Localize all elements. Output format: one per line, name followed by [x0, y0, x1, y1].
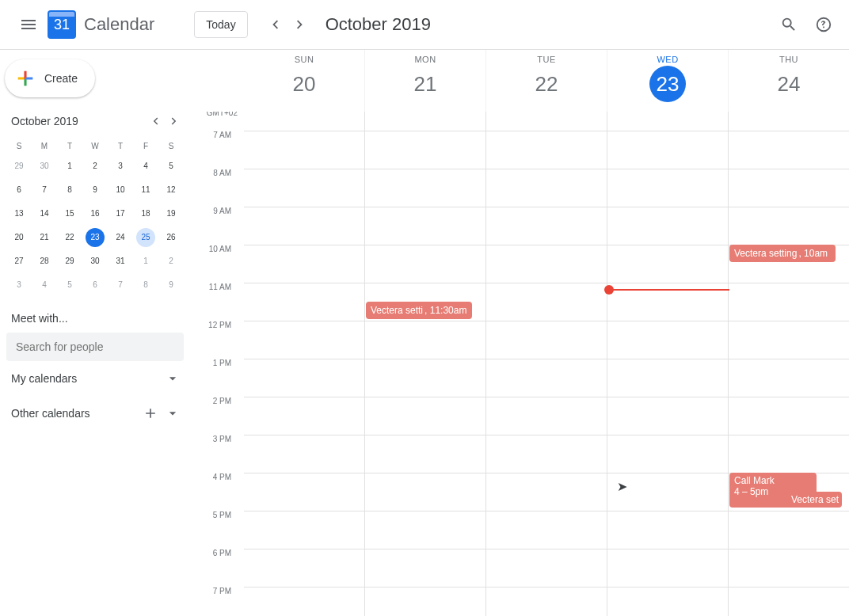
- mini-day[interactable]: 26: [162, 228, 181, 247]
- next-period-button[interactable]: [287, 12, 313, 37]
- now-indicator-line: [609, 289, 729, 291]
- mini-day[interactable]: 10: [111, 181, 130, 200]
- main-menu-button[interactable]: [10, 6, 48, 44]
- mini-day[interactable]: 24: [111, 228, 130, 247]
- event-title: Vectera setti: [371, 305, 423, 316]
- today-button[interactable]: Today: [194, 11, 247, 38]
- day-header[interactable]: THU24: [728, 50, 849, 112]
- mini-day[interactable]: 29: [10, 157, 29, 176]
- mini-day[interactable]: 1: [60, 157, 79, 176]
- mini-day[interactable]: 5: [162, 157, 181, 176]
- mini-calendar-header: October 2019: [6, 112, 184, 131]
- mini-day[interactable]: 12: [162, 181, 181, 200]
- event-vectera-thu[interactable]: Vectera setting, 10am: [729, 245, 836, 262]
- grid-lines: [244, 112, 849, 616]
- mini-day[interactable]: 4: [35, 276, 54, 295]
- day-header[interactable]: TUE22: [485, 50, 607, 112]
- mini-day[interactable]: 29: [60, 252, 79, 271]
- day-of-week-label: WED: [607, 55, 728, 64]
- mini-day[interactable]: 8: [60, 181, 79, 200]
- mini-day[interactable]: 6: [10, 181, 29, 200]
- hour-gridline: [244, 511, 849, 549]
- mini-day[interactable]: 25: [136, 228, 155, 247]
- mini-next-month[interactable]: [165, 112, 184, 131]
- mini-day[interactable]: 6: [86, 276, 105, 295]
- mini-day[interactable]: 13: [10, 204, 29, 223]
- my-calendars-section[interactable]: My calendars: [6, 361, 184, 396]
- search-button[interactable]: [773, 9, 805, 40]
- date-nav: [262, 12, 313, 37]
- mini-day[interactable]: 4: [136, 157, 155, 176]
- search-icon: [780, 16, 798, 33]
- sidebar: Create October 2019 SMTWTFS2930123456789…: [0, 50, 196, 616]
- mini-day[interactable]: 17: [111, 204, 130, 223]
- hour-gridline: [244, 587, 849, 616]
- chevron-down-icon: [165, 405, 181, 421]
- mini-day[interactable]: 3: [111, 157, 130, 176]
- day-number[interactable]: 21: [407, 66, 444, 102]
- mini-day[interactable]: 7: [111, 276, 130, 295]
- chevron-right-icon: [291, 16, 309, 33]
- hour-label: 8 AM: [213, 169, 238, 207]
- current-date-range[interactable]: October 2019: [326, 14, 431, 35]
- event-vectera-thu-2[interactable]: Vectera set: [786, 492, 842, 508]
- mini-day[interactable]: 9: [86, 181, 105, 200]
- mini-day[interactable]: 5: [60, 276, 79, 295]
- chevron-left-icon: [266, 16, 284, 33]
- create-button[interactable]: Create: [5, 59, 95, 97]
- other-calendars-label: Other calendars: [11, 407, 90, 420]
- mini-day[interactable]: 1: [136, 252, 155, 271]
- search-people-input[interactable]: [6, 333, 184, 361]
- mini-day[interactable]: 22: [60, 228, 79, 247]
- hour-label: 3 PM: [213, 435, 238, 473]
- mini-day[interactable]: 7: [35, 181, 54, 200]
- day-header[interactable]: SUN20: [244, 50, 364, 112]
- mini-day[interactable]: 9: [162, 276, 181, 295]
- mini-day[interactable]: 28: [35, 252, 54, 271]
- mini-day[interactable]: 20: [10, 228, 29, 247]
- meet-with-label: Meet with...: [11, 312, 184, 325]
- mini-dow: F: [133, 139, 158, 154]
- other-calendars-section[interactable]: Other calendars: [6, 396, 184, 431]
- mini-day[interactable]: 16: [86, 204, 105, 223]
- hour-gridline: [244, 283, 849, 321]
- mini-day[interactable]: 2: [86, 157, 105, 176]
- plus-icon[interactable]: [143, 405, 158, 421]
- mini-day[interactable]: 31: [111, 252, 130, 271]
- chevron-left-icon: [148, 114, 162, 128]
- event-time: , 10am: [798, 248, 828, 259]
- mini-day[interactable]: 14: [35, 204, 54, 223]
- day-number[interactable]: 24: [771, 66, 807, 102]
- day-number[interactable]: 23: [649, 66, 686, 102]
- event-title: Vectera set: [791, 494, 839, 505]
- mini-calendar-title[interactable]: October 2019: [11, 115, 78, 127]
- mini-prev-month[interactable]: [146, 112, 165, 131]
- event-vectera-mon[interactable]: Vectera setti, 11:30am: [366, 302, 472, 319]
- mini-day[interactable]: 27: [10, 252, 29, 271]
- day-number[interactable]: 22: [528, 66, 565, 102]
- mini-day[interactable]: 8: [136, 276, 155, 295]
- mini-day[interactable]: 19: [162, 204, 181, 223]
- mini-day[interactable]: 11: [136, 181, 155, 200]
- hour-labels: 7 AM8 AM9 AM10 AM11 AM12 PM1 PM2 PM3 PM4…: [196, 112, 244, 616]
- help-button[interactable]: [808, 9, 839, 40]
- mini-day[interactable]: 15: [60, 204, 79, 223]
- mini-day[interactable]: 2: [162, 252, 181, 271]
- logo-day-number: 31: [54, 17, 70, 33]
- day-header[interactable]: MON21: [364, 50, 485, 112]
- mini-day[interactable]: 23: [86, 228, 105, 247]
- mini-day[interactable]: 21: [35, 228, 54, 247]
- mini-day[interactable]: 30: [86, 252, 105, 271]
- mini-day[interactable]: 30: [35, 157, 54, 176]
- hamburger-icon: [19, 15, 38, 34]
- day-headers: SUN20MON21TUE22WED23THU24: [196, 50, 849, 112]
- day-number[interactable]: 20: [286, 66, 322, 102]
- mini-day[interactable]: 18: [136, 204, 155, 223]
- day-header[interactable]: WED23: [607, 50, 728, 112]
- prev-period-button[interactable]: [262, 12, 287, 37]
- hour-label: 5 PM: [213, 511, 238, 549]
- mini-day[interactable]: 3: [10, 276, 29, 295]
- hour-gridline: [244, 549, 849, 587]
- calendar-logo-icon: 31: [48, 10, 76, 39]
- time-grid[interactable]: GMT+02 7 AM8 AM9 AM10 AM11 AM12 PM1 PM2 …: [196, 112, 849, 616]
